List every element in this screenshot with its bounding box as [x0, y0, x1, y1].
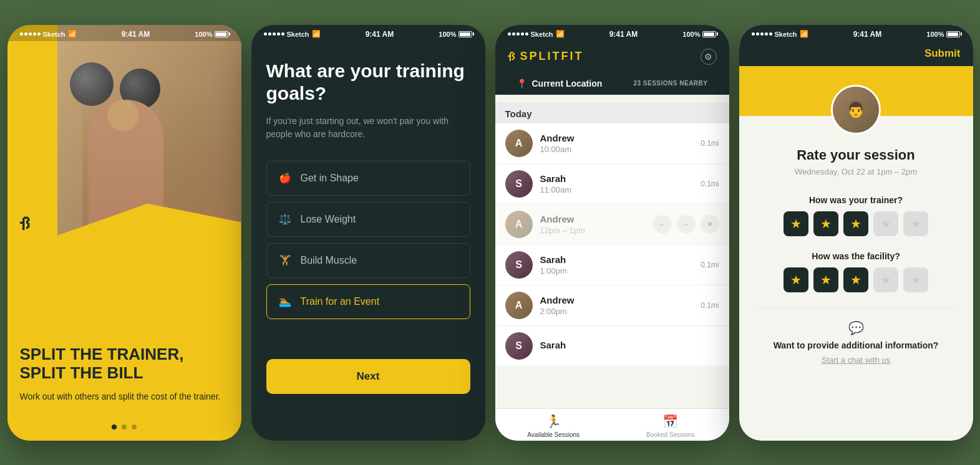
trainer-photo: 👨: [833, 87, 879, 133]
status-bar-4: Sketch 📶 9:41 AM 100%: [739, 25, 973, 41]
avatar-initial: A: [505, 130, 533, 157]
trainer-star-3[interactable]: ★: [843, 211, 868, 236]
trainer-star-1[interactable]: ★: [784, 211, 808, 236]
session-item-andrew-2[interactable]: A Andrew 12pm – 1pm ← → ✕: [495, 204, 729, 245]
status-left-3: Sketch 📶: [508, 30, 565, 38]
carrier-label-4: Sketch: [775, 31, 797, 38]
goal-get-in-shape[interactable]: 🍎 Get in Shape: [266, 161, 470, 196]
battery-icon-4: [946, 31, 960, 37]
get-in-shape-icon: 🍎: [278, 171, 292, 185]
time-label-1: 9:41 AM: [122, 30, 150, 39]
calendar-icon: 📅: [662, 414, 678, 429]
action-btn-2[interactable]: →: [677, 215, 696, 234]
status-left-1: Sketch 📶: [20, 30, 77, 38]
avatar-initial: S: [505, 251, 533, 279]
action-btn-3[interactable]: ✕: [701, 215, 719, 234]
screen4-content: Rate your session Wednesday, Oct 22 at 1…: [739, 116, 973, 380]
screen1-logo: ꟗ: [20, 212, 30, 235]
person-head: [107, 100, 138, 131]
screen1-headline: SPLIT THE TRAINER, SPLIT THE BILL: [20, 345, 229, 383]
location-pin-icon: 📍: [517, 79, 527, 89]
action-btn-1[interactable]: ←: [653, 215, 672, 234]
session-time-4: 1:00pm: [540, 266, 694, 276]
session-distance-1: 0.1mi: [701, 139, 719, 148]
status-bar-3: Sketch 📶 9:41 AM 100%: [495, 25, 729, 41]
status-left-4: Sketch 📶: [752, 30, 808, 38]
goal-lose-weight[interactable]: ⚖️ Lose Weight: [266, 202, 470, 237]
signal-dot: [525, 32, 528, 36]
screen2-goals: Sketch 📶 9:41 AM 100% What are your trai…: [251, 25, 485, 441]
session-name-2: Sarah: [540, 173, 694, 184]
session-info-3: Andrew 12pm – 1pm: [540, 214, 646, 235]
running-icon: 🏃: [546, 414, 561, 429]
session-item-sarah-3[interactable]: S Sarah: [495, 326, 729, 367]
tab-booked-sessions[interactable]: 📅 Booked Sessions: [612, 414, 729, 438]
location-bar[interactable]: 📍 Current Location 23 SESSIONS NEARBY: [505, 72, 719, 95]
signal-dots-3: [508, 32, 528, 36]
status-right-1: 100%: [195, 31, 228, 38]
time-label-3: 9:41 AM: [609, 30, 638, 39]
facility-star-1[interactable]: ★: [784, 267, 808, 292]
build-muscle-icon: 🏋️: [278, 254, 292, 267]
status-right-4: 100%: [926, 31, 960, 38]
session-time-3: 12pm – 1pm: [540, 226, 646, 235]
battery-icon-1: [215, 31, 228, 37]
trainer-star-5[interactable]: ★: [903, 211, 928, 236]
wifi-icon: 📶: [68, 30, 77, 38]
session-item-sarah-2[interactable]: S Sarah 1:00pm 0.1mi: [495, 245, 729, 285]
status-right-3: 100%: [682, 31, 716, 38]
signal-dot: [24, 32, 27, 36]
session-info-5: Andrew 2:00pm: [540, 295, 694, 316]
battery-icon-2: [458, 31, 472, 37]
facility-star-3[interactable]: ★: [843, 267, 868, 292]
signal-dots-1: [20, 32, 41, 36]
session-distance-4: 0.1mi: [701, 261, 719, 269]
session-info-6: Sarah: [540, 340, 719, 352]
goal-train-event[interactable]: 🏊 Train for an Event: [266, 284, 470, 319]
lose-weight-label: Lose Weight: [301, 214, 356, 225]
battery-fill-2: [460, 32, 470, 36]
start-chat-link[interactable]: Start a chat with us: [754, 355, 958, 365]
session-name-6: Sarah: [540, 340, 719, 350]
goal-build-muscle[interactable]: 🏋️ Build Muscle: [266, 243, 470, 278]
additional-info-label: Want to provide additional information?: [754, 340, 958, 350]
wifi-icon-4: 📶: [800, 30, 808, 38]
avatar-andrew-3: A: [505, 292, 533, 319]
signal-dot: [756, 32, 759, 36]
screen1-splash: Sketch 📶 9:41 AM 100% ꟗ: [7, 25, 241, 441]
top-action-bar: Submit: [739, 41, 973, 66]
session-name-5: Andrew: [540, 295, 694, 305]
facility-star-5[interactable]: ★: [903, 267, 928, 292]
session-item-andrew-1[interactable]: A Andrew 10:00am 0.1mi: [495, 123, 729, 164]
facility-star-2[interactable]: ★: [813, 267, 838, 292]
rate-subtitle: Wednesday, Oct 22 at 1pm – 2pm: [754, 167, 958, 176]
next-button[interactable]: Next: [266, 359, 470, 394]
trainer-star-2[interactable]: ★: [813, 211, 838, 236]
yellow-accent-band: 👨: [739, 66, 973, 116]
dot-1: [112, 424, 117, 429]
session-item-andrew-3[interactable]: A Andrew 2:00pm 0.1mi: [495, 285, 729, 326]
trainer-star-4[interactable]: ★: [873, 211, 898, 236]
settings-gear-icon[interactable]: ⚙: [701, 49, 717, 65]
get-in-shape-label: Get in Shape: [301, 173, 359, 184]
train-event-label: Train for an Event: [301, 296, 380, 307]
signal-dot: [20, 32, 23, 36]
submit-button[interactable]: Submit: [924, 47, 961, 60]
tab-booked-label: Booked Sessions: [646, 431, 694, 438]
signal-dot: [273, 32, 276, 36]
trainer-stars-row: ★ ★ ★ ★ ★: [754, 211, 958, 236]
tab-available-sessions[interactable]: 🏃 Available Sessions: [495, 414, 613, 438]
screen1-content: SPLIT THE TRAINER, SPLIT THE BILL Work o…: [20, 345, 229, 403]
bottom-tabs: 🏃 Available Sessions 📅 Booked Sessions: [495, 408, 729, 441]
splitfit-logo: ꟗ SPLITFIT: [508, 49, 584, 65]
avatar-sarah-1: S: [505, 170, 533, 198]
signal-dot: [752, 32, 755, 36]
session-item-sarah-1[interactable]: S Sarah 11:00am 0.1mi: [495, 164, 729, 204]
screen1-pagination-dots: [112, 424, 137, 429]
facility-star-4[interactable]: ★: [873, 267, 898, 292]
today-label: Today: [505, 108, 532, 119]
additional-info-section: 💬 Want to provide additional information…: [754, 307, 958, 365]
status-right-2: 100%: [439, 31, 472, 38]
screen4-rate: Sketch 📶 9:41 AM 100% Submit 👨 Rate your…: [739, 25, 973, 441]
battery-icon-3: [702, 31, 716, 37]
